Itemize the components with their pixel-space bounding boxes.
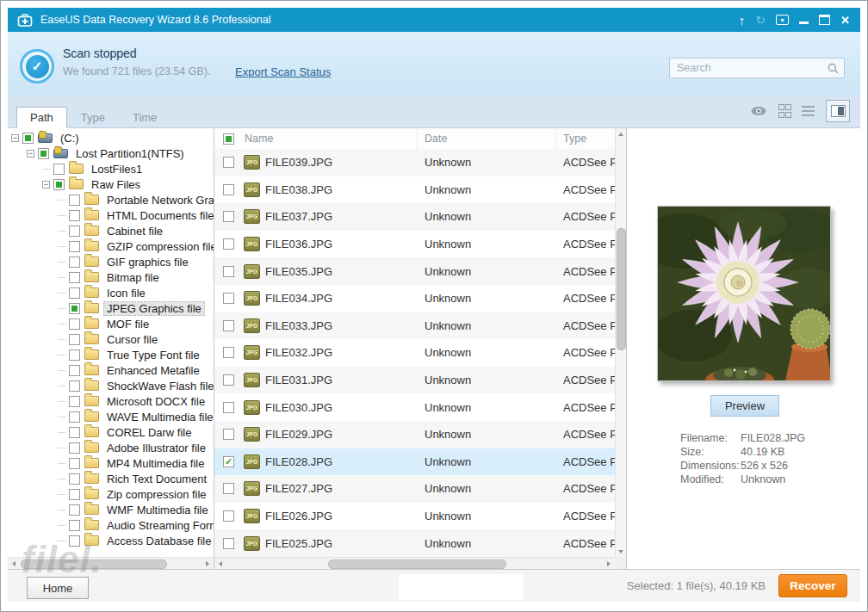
preview-eye-icon[interactable] xyxy=(750,106,767,116)
tree-checkbox[interactable] xyxy=(69,226,80,237)
file-row[interactable]: JPGFILE033.JPGUnknownACDSee Ph xyxy=(214,312,615,340)
file-row[interactable]: JPGFILE027.JPGUnknownACDSee Ph xyxy=(214,475,615,503)
expander-icon[interactable]: − xyxy=(27,150,34,158)
tree-checkbox[interactable] xyxy=(69,535,80,547)
maximize-icon[interactable] xyxy=(819,15,830,25)
file-row[interactable]: JPGFILE030.JPGUnknownACDSee Ph xyxy=(214,393,615,421)
tree-checkbox[interactable] xyxy=(69,396,80,407)
tree-item[interactable]: Zip compression file xyxy=(8,486,214,502)
scroll-up-button[interactable] xyxy=(616,128,626,139)
list-hscroll-thumb[interactable] xyxy=(328,559,506,569)
file-checkbox[interactable] xyxy=(223,510,234,522)
export-scan-status-link[interactable]: Export Scan Status xyxy=(235,65,331,78)
file-row[interactable]: JPGFILE032.JPGUnknownACDSee Ph xyxy=(214,339,615,367)
tree-checkbox[interactable] xyxy=(69,380,80,392)
tree-checkbox[interactable] xyxy=(69,241,80,252)
tree-item[interactable]: −Raw Files xyxy=(8,176,214,192)
column-header-type[interactable]: Type xyxy=(556,128,615,149)
tree-checkbox[interactable] xyxy=(69,349,80,361)
tree-item[interactable]: COREL Darw file xyxy=(8,424,214,440)
scroll-right-button[interactable] xyxy=(603,558,615,569)
tree-checkbox[interactable] xyxy=(53,164,65,175)
tree-checkbox[interactable] xyxy=(69,427,80,438)
tree-checkbox[interactable] xyxy=(69,365,80,376)
file-checkbox[interactable] xyxy=(223,266,234,277)
tree-item[interactable]: Audio Streaming Format xyxy=(8,517,214,533)
tree-item[interactable]: Cursor file xyxy=(8,331,214,347)
tree-checkbox[interactable] xyxy=(38,148,49,159)
column-header-date[interactable]: Date xyxy=(418,128,556,149)
select-all-checkbox[interactable] xyxy=(223,133,234,145)
tree-checkbox[interactable] xyxy=(69,489,80,500)
file-row[interactable]: JPGFILE025.JPGUnknownACDSee Ph xyxy=(214,529,615,557)
file-row[interactable]: JPGFILE029.JPGUnknownACDSee Ph xyxy=(214,421,615,448)
tree-checkbox[interactable] xyxy=(69,210,80,221)
file-row[interactable]: JPGFILE031.JPGUnknownACDSee Ph xyxy=(214,367,615,394)
scroll-down-button[interactable] xyxy=(616,546,626,557)
file-row[interactable]: JPGFILE036.JPGUnknownACDSee Ph xyxy=(214,231,615,258)
tree-item[interactable]: WMF Multimedia file xyxy=(8,502,214,517)
scroll-left-button[interactable] xyxy=(8,558,20,569)
tab-type[interactable]: Type xyxy=(67,107,119,128)
list-vscroll-thumb[interactable] xyxy=(617,228,626,350)
file-checkbox[interactable] xyxy=(223,538,234,549)
file-checkbox[interactable] xyxy=(223,429,234,440)
tree-checkbox[interactable] xyxy=(69,458,80,469)
preview-pane-toggle-icon[interactable] xyxy=(826,100,850,122)
tree-item[interactable]: GZIP compression file xyxy=(8,238,214,254)
file-checkbox[interactable] xyxy=(223,320,234,331)
file-row[interactable]: JPGFILE035.JPGUnknownACDSee Ph xyxy=(214,257,615,285)
minimize-icon[interactable] xyxy=(799,22,809,24)
file-checkbox[interactable] xyxy=(223,184,234,195)
tree-item[interactable]: ShockWave Flash file xyxy=(8,378,214,393)
file-row[interactable]: ✓JPGFILE028.JPGUnknownACDSee Ph xyxy=(214,448,615,476)
tree-item[interactable]: HTML Documents file xyxy=(8,207,214,223)
close-icon[interactable]: ✕ xyxy=(840,14,850,27)
recover-button[interactable]: Recover xyxy=(778,574,847,597)
tree-checkbox[interactable] xyxy=(69,272,80,283)
file-checkbox[interactable] xyxy=(223,374,234,386)
expander-icon[interactable]: − xyxy=(11,134,19,142)
tab-path[interactable]: Path xyxy=(16,107,67,128)
search-icon[interactable] xyxy=(828,63,839,74)
tree-item[interactable]: MOF file xyxy=(8,316,214,331)
scroll-left-button[interactable] xyxy=(214,558,226,569)
preview-button[interactable]: Preview xyxy=(710,395,779,417)
tree-checkbox[interactable] xyxy=(53,179,65,190)
file-checkbox[interactable] xyxy=(223,347,234,358)
history-icon[interactable]: ↻ xyxy=(755,13,766,27)
tree-checkbox[interactable] xyxy=(69,257,80,268)
tree-checkbox[interactable] xyxy=(69,504,80,516)
tree-hscroll-thumb[interactable] xyxy=(21,559,167,569)
file-checkbox[interactable] xyxy=(223,211,234,222)
tree-item[interactable]: Microsoft DOCX file xyxy=(8,393,214,409)
file-row[interactable]: JPGFILE039.JPGUnknownACDSee Ph xyxy=(214,149,615,176)
column-header-name[interactable]: Name xyxy=(214,128,418,149)
tree-item[interactable]: Access Database file xyxy=(8,533,214,548)
tree-item[interactable]: True Type Font file xyxy=(8,347,214,362)
tree-item[interactable]: −Lost Partition1(NTFS) xyxy=(8,145,214,161)
file-row[interactable]: JPGFILE038.JPGUnknownACDSee Ph xyxy=(214,176,615,204)
tree-checkbox[interactable] xyxy=(69,411,80,423)
list-view-icon[interactable] xyxy=(802,106,815,116)
tree-item[interactable]: Rich Text Document xyxy=(8,471,214,486)
file-row[interactable]: JPGFILE037.JPGUnknownACDSee Ph xyxy=(214,203,615,231)
tree-item[interactable]: GIF graphics file xyxy=(8,254,214,269)
file-checkbox[interactable] xyxy=(223,293,234,304)
file-checkbox[interactable]: ✓ xyxy=(223,456,234,467)
search-input[interactable] xyxy=(670,62,828,74)
scroll-right-button[interactable] xyxy=(202,558,214,569)
tray-dropdown-icon[interactable]: ▾ xyxy=(776,15,789,25)
file-checkbox[interactable] xyxy=(223,238,234,250)
tree-item[interactable]: LostFiles1 xyxy=(8,161,214,176)
tab-time[interactable]: Time xyxy=(119,107,170,128)
home-button[interactable]: Home xyxy=(27,577,89,599)
tree-item[interactable]: WAVE Multimedia file xyxy=(8,409,214,424)
tree-item[interactable]: Bitmap file xyxy=(8,269,214,285)
upload-icon[interactable]: ↑ xyxy=(739,13,746,28)
tree-checkbox[interactable] xyxy=(69,334,80,345)
tree-item[interactable]: Enhanced Metafile xyxy=(8,362,214,378)
tree-checkbox[interactable] xyxy=(69,473,80,485)
file-checkbox[interactable] xyxy=(223,402,234,413)
file-row[interactable]: JPGFILE026.JPGUnknownACDSee Ph xyxy=(214,503,615,530)
